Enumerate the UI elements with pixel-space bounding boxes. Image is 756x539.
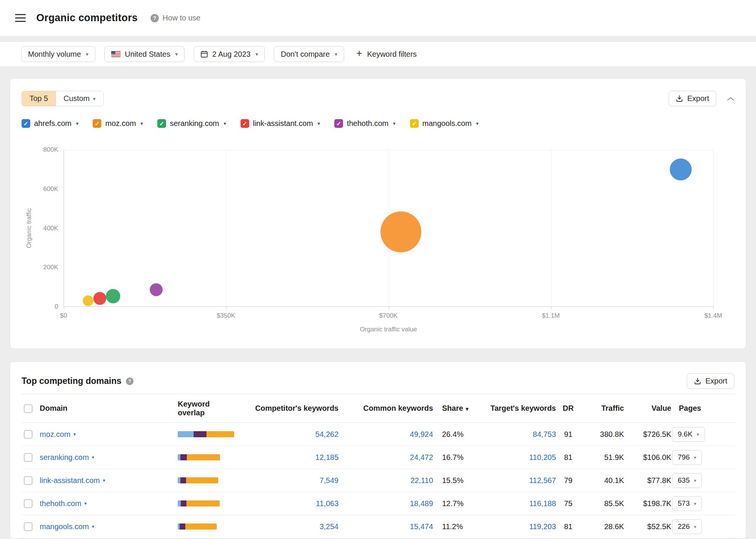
- col-share[interactable]: Share▾: [433, 394, 473, 423]
- competitors-keywords-link[interactable]: 3,254: [320, 522, 338, 531]
- checkbox-checked-icon[interactable]: ✓: [241, 119, 249, 128]
- competitors-keywords-link[interactable]: 11,063: [316, 499, 338, 508]
- date-dropdown[interactable]: 2 Aug 2023 ▾: [194, 46, 265, 62]
- chart-export-button[interactable]: Export: [669, 91, 716, 106]
- chevron-down-icon: ▾: [694, 501, 697, 506]
- domain-link[interactable]: mangools.com▾: [40, 522, 94, 531]
- chevron-down-icon: ▾: [694, 455, 697, 460]
- row-checkbox[interactable]: [24, 453, 33, 462]
- collapse-chevron-icon[interactable]: [727, 96, 734, 101]
- x-axis-ticks: $0$350K$700K$1.1M$1.4M: [64, 312, 713, 321]
- checkbox-checked-icon[interactable]: ✓: [93, 119, 101, 128]
- chevron-down-icon: ▾: [255, 51, 258, 57]
- chevron-down-icon: ▾: [73, 432, 76, 437]
- chart-legend: ✓ahrefs.com▾✓moz.com▾✓seranking.com▾✓lin…: [22, 119, 734, 128]
- bubble-ahrefs.com[interactable]: [670, 158, 692, 180]
- axis-tick-mark: [226, 306, 227, 309]
- bubble-thehoth.com[interactable]: [150, 283, 163, 296]
- pages-dropdown[interactable]: 635▾: [672, 473, 702, 488]
- chevron-down-icon: ▾: [141, 121, 143, 126]
- common-keywords-link[interactable]: 49,924: [410, 430, 433, 438]
- col-competitors-keywords[interactable]: Competitor's keywords: [231, 394, 338, 423]
- common-keywords-link[interactable]: 24,472: [410, 453, 433, 461]
- pages-dropdown[interactable]: 573▾: [672, 496, 702, 511]
- help-icon[interactable]: ?: [126, 377, 134, 385]
- checkbox-checked-icon[interactable]: ✓: [22, 119, 30, 128]
- date-label: 2 Aug 2023: [212, 50, 250, 59]
- bubble-link-assistant.com[interactable]: [93, 292, 106, 305]
- keyword-overlap-bar: [178, 431, 234, 437]
- axis-tick-mark: [551, 306, 551, 309]
- pages-dropdown[interactable]: 796▾: [672, 450, 702, 465]
- legend-item-thehoth.com[interactable]: ✓thehoth.com▾: [334, 119, 396, 128]
- col-pages[interactable]: Pages: [671, 394, 735, 423]
- share-value: 12.7%: [433, 492, 473, 515]
- legend-item-mangools.com[interactable]: ✓mangools.com▾: [410, 119, 479, 128]
- chevron-down-icon: ▾: [694, 478, 697, 483]
- checkbox-checked-icon[interactable]: ✓: [334, 119, 343, 128]
- checkbox-checked-icon[interactable]: ✓: [157, 119, 166, 128]
- competitors-keywords-link[interactable]: 7,549: [320, 476, 338, 485]
- row-checkbox[interactable]: [24, 522, 33, 531]
- row-checkbox[interactable]: [24, 499, 33, 508]
- bubble-moz.com[interactable]: [380, 211, 421, 252]
- volume-mode-dropdown[interactable]: Monthly volume ▾: [21, 46, 95, 62]
- domain-link[interactable]: thehoth.com▾: [40, 499, 87, 508]
- row-checkbox[interactable]: [24, 430, 33, 439]
- col-common-keywords[interactable]: Common keywords: [338, 394, 433, 423]
- keyword-filters-button[interactable]: + Keyword filters: [353, 46, 420, 62]
- col-targets-keywords[interactable]: Target's keywords: [473, 394, 556, 423]
- legend-item-moz.com[interactable]: ✓moz.com▾: [93, 119, 143, 128]
- menu-icon[interactable]: [15, 14, 26, 22]
- common-keywords-link[interactable]: 15,474: [410, 522, 433, 531]
- targets-keywords-link[interactable]: 116,188: [529, 499, 556, 508]
- sort-desc-icon: ▾: [466, 406, 469, 412]
- targets-keywords-link[interactable]: 119,203: [529, 522, 556, 531]
- domain-link[interactable]: link-assistant.com▾: [40, 476, 105, 485]
- value-value: $52.5K: [624, 515, 671, 538]
- targets-keywords-link[interactable]: 110,205: [529, 453, 556, 461]
- legend-item-seranking.com[interactable]: ✓seranking.com▾: [157, 119, 226, 128]
- domain-link[interactable]: seranking.com▾: [40, 453, 94, 462]
- top-bar: Organic competitors ? How to use: [0, 0, 756, 36]
- select-all-checkbox[interactable]: [24, 404, 33, 413]
- col-domain[interactable]: Domain: [40, 394, 161, 423]
- targets-keywords-link[interactable]: 112,567: [529, 476, 556, 485]
- checkbox-checked-icon[interactable]: ✓: [410, 119, 419, 128]
- y-tick-label: 600K: [43, 185, 58, 193]
- domain-link[interactable]: moz.com▾: [40, 430, 76, 439]
- compare-dropdown[interactable]: Don't compare ▾: [274, 46, 344, 62]
- row-checkbox[interactable]: [24, 476, 33, 485]
- table-export-button[interactable]: Export: [687, 373, 734, 389]
- chevron-down-icon: ▾: [335, 51, 337, 57]
- share-value: 16.7%: [433, 446, 473, 469]
- traffic-value: 28.6K: [581, 515, 624, 538]
- dr-value: 75: [556, 492, 581, 515]
- bubble-mangools.com[interactable]: [83, 295, 93, 306]
- col-keyword-overlap[interactable]: Keyword overlap: [161, 394, 231, 423]
- common-keywords-link[interactable]: 22,110: [410, 476, 433, 485]
- share-value: 11.2%: [433, 515, 473, 538]
- col-dr[interactable]: DR: [556, 394, 581, 423]
- export-icon: [676, 95, 683, 102]
- col-traffic[interactable]: Traffic: [581, 394, 624, 423]
- legend-label: mangools.com: [422, 119, 472, 128]
- keyword-filters-label: Keyword filters: [367, 50, 417, 59]
- legend-item-ahrefs.com[interactable]: ✓ahrefs.com▾: [22, 119, 78, 128]
- tab-top5[interactable]: Top 5: [22, 91, 56, 106]
- pages-dropdown[interactable]: 226▾: [672, 519, 702, 534]
- plus-icon: +: [356, 48, 362, 59]
- tab-custom[interactable]: Custom ▾: [56, 91, 103, 106]
- overlap-segment: [186, 477, 218, 483]
- col-value[interactable]: Value: [624, 394, 671, 423]
- common-keywords-link[interactable]: 18,489: [410, 499, 433, 508]
- competitors-keywords-link[interactable]: 12,185: [315, 453, 338, 461]
- how-to-use-link[interactable]: ? How to use: [151, 14, 200, 22]
- country-dropdown[interactable]: United States ▾: [104, 46, 185, 62]
- legend-item-link-assistant.com[interactable]: ✓link-assistant.com▾: [241, 119, 320, 128]
- competitors-keywords-link[interactable]: 54,262: [315, 430, 338, 438]
- bubble-seranking.com[interactable]: [106, 289, 120, 303]
- targets-keywords-link[interactable]: 84,753: [533, 430, 556, 438]
- keyword-overlap-bar: [178, 454, 220, 460]
- pages-dropdown[interactable]: 9.6K▾: [672, 427, 705, 442]
